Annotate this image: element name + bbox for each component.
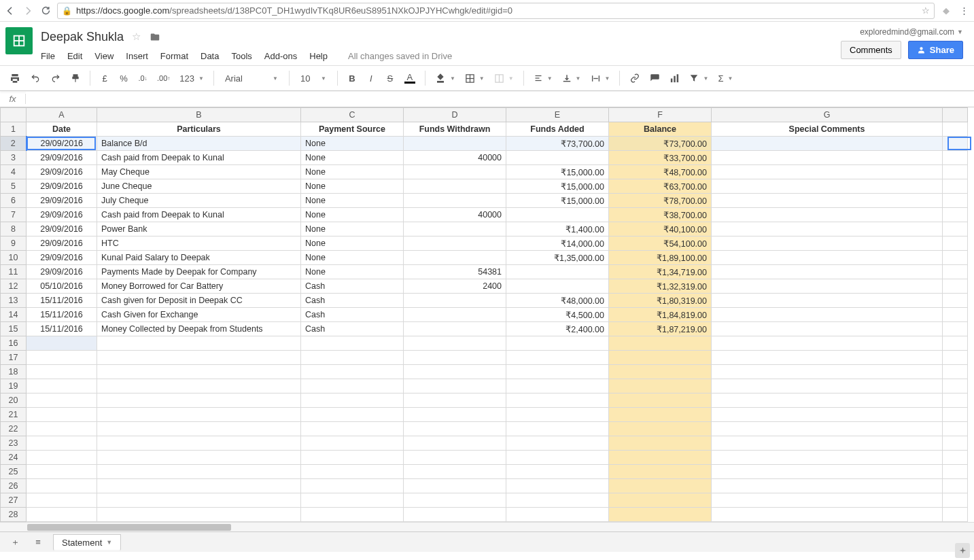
cell[interactable]: Kunal Paid Salary to Deepak: [97, 251, 301, 265]
cell[interactable]: ₹48,000.00: [506, 294, 609, 308]
cell[interactable]: [301, 422, 404, 436]
select-all-corner[interactable]: [1, 108, 27, 122]
browser-menu-icon[interactable]: ⋮: [958, 5, 970, 17]
row-5[interactable]: 5: [1, 179, 27, 194]
cell[interactable]: ₹15,000.00: [506, 165, 609, 179]
star-icon[interactable]: ☆: [132, 31, 141, 43]
cell[interactable]: 15/11/2016: [27, 308, 97, 322]
back-icon[interactable]: [4, 5, 16, 17]
row-20[interactable]: 20: [1, 393, 27, 408]
cell[interactable]: 40000: [404, 151, 506, 165]
menu-tools[interactable]: Tools: [231, 51, 251, 61]
row-8[interactable]: 8: [1, 222, 27, 237]
row-18[interactable]: 18: [1, 365, 27, 379]
hdr-balance[interactable]: Balance: [609, 122, 712, 137]
cell[interactable]: [404, 493, 506, 508]
cell[interactable]: [27, 436, 97, 451]
cell[interactable]: [712, 137, 943, 151]
cell[interactable]: Money Borrowed for Car Battery: [97, 279, 301, 294]
cell[interactable]: [712, 479, 943, 493]
redo-icon[interactable]: [48, 69, 64, 87]
cell[interactable]: [712, 222, 943, 237]
cell[interactable]: 29/09/2016: [27, 151, 97, 165]
cell[interactable]: [506, 279, 609, 294]
cell[interactable]: [712, 279, 943, 294]
cell[interactable]: 29/09/2016: [27, 208, 97, 222]
merge-icon[interactable]: ▼: [491, 69, 517, 87]
cell[interactable]: [712, 508, 943, 522]
number-format-dropdown[interactable]: 123▼: [177, 69, 207, 87]
bold-icon[interactable]: B: [345, 69, 360, 87]
cell[interactable]: [301, 493, 404, 508]
wrap-icon[interactable]: ▼: [588, 69, 613, 87]
h-align-icon[interactable]: ▼: [531, 69, 555, 87]
cell[interactable]: [301, 336, 404, 351]
cell[interactable]: 29/09/2016: [27, 251, 97, 265]
menu-data[interactable]: Data: [201, 51, 219, 61]
cell[interactable]: [712, 493, 943, 508]
cell[interactable]: [404, 137, 506, 151]
cell[interactable]: [712, 308, 943, 322]
share-button[interactable]: Share: [908, 41, 963, 59]
cell[interactable]: None: [301, 194, 404, 208]
cell[interactable]: 29/09/2016: [27, 237, 97, 251]
cell[interactable]: Cash Given for Exchange: [97, 308, 301, 322]
paint-format-icon[interactable]: [68, 69, 83, 87]
cell[interactable]: [97, 393, 301, 408]
cell-balance[interactable]: ₹40,100.00: [609, 222, 712, 237]
cell-balance[interactable]: ₹1,34,719.00: [609, 265, 712, 279]
cell[interactable]: [27, 465, 97, 479]
cell[interactable]: [27, 365, 97, 379]
forward-icon[interactable]: [22, 5, 34, 17]
cell-balance[interactable]: ₹1,80,319.00: [609, 294, 712, 308]
cell[interactable]: [301, 365, 404, 379]
hdr-date[interactable]: Date: [27, 122, 97, 137]
cell[interactable]: [712, 237, 943, 251]
cell[interactable]: [404, 294, 506, 308]
cell[interactable]: [506, 208, 609, 222]
cell[interactable]: [97, 408, 301, 422]
cell[interactable]: [27, 422, 97, 436]
cell[interactable]: Cash: [301, 279, 404, 294]
cell[interactable]: HTC: [97, 237, 301, 251]
cell[interactable]: Cash: [301, 308, 404, 322]
col-extra[interactable]: [943, 108, 968, 122]
cell[interactable]: [301, 451, 404, 465]
cell[interactable]: 29/09/2016: [27, 265, 97, 279]
cell[interactable]: None: [301, 237, 404, 251]
row-26[interactable]: 26: [1, 479, 27, 493]
cell[interactable]: [404, 308, 506, 322]
cell[interactable]: [712, 336, 943, 351]
hdr-funds-added[interactable]: Funds Added: [506, 122, 609, 137]
cell[interactable]: 29/09/2016: [27, 222, 97, 237]
horizontal-scrollbar[interactable]: [0, 522, 974, 531]
col-F[interactable]: F: [609, 108, 712, 122]
cell[interactable]: [506, 436, 609, 451]
cell[interactable]: [506, 393, 609, 408]
comment-icon[interactable]: [647, 69, 663, 87]
row-10[interactable]: 10: [1, 251, 27, 265]
cell[interactable]: [404, 422, 506, 436]
col-C[interactable]: C: [301, 108, 404, 122]
cell[interactable]: Cash: [301, 294, 404, 308]
print-icon[interactable]: [7, 69, 23, 87]
percent-icon[interactable]: %: [116, 69, 131, 87]
cell[interactable]: 40000: [404, 208, 506, 222]
col-A[interactable]: A: [27, 108, 97, 122]
cell[interactable]: ₹2,400.00: [506, 322, 609, 336]
cell-balance[interactable]: [609, 422, 712, 436]
row-25[interactable]: 25: [1, 465, 27, 479]
sheet-tab-statement[interactable]: Statement▼: [53, 534, 121, 550]
cell[interactable]: 2400: [404, 279, 506, 294]
cell[interactable]: [712, 451, 943, 465]
cell[interactable]: [506, 508, 609, 522]
cell-balance[interactable]: [609, 379, 712, 393]
cell[interactable]: 29/09/2016: [27, 194, 97, 208]
cell[interactable]: June Cheque: [97, 179, 301, 194]
cell[interactable]: ₹15,000.00: [506, 194, 609, 208]
hdr-particulars[interactable]: Particulars: [97, 122, 301, 137]
fill-color-icon[interactable]: ▼: [432, 69, 458, 87]
font-size-dropdown[interactable]: 10▼: [296, 69, 330, 87]
row-11[interactable]: 11: [1, 265, 27, 279]
cell[interactable]: [301, 393, 404, 408]
